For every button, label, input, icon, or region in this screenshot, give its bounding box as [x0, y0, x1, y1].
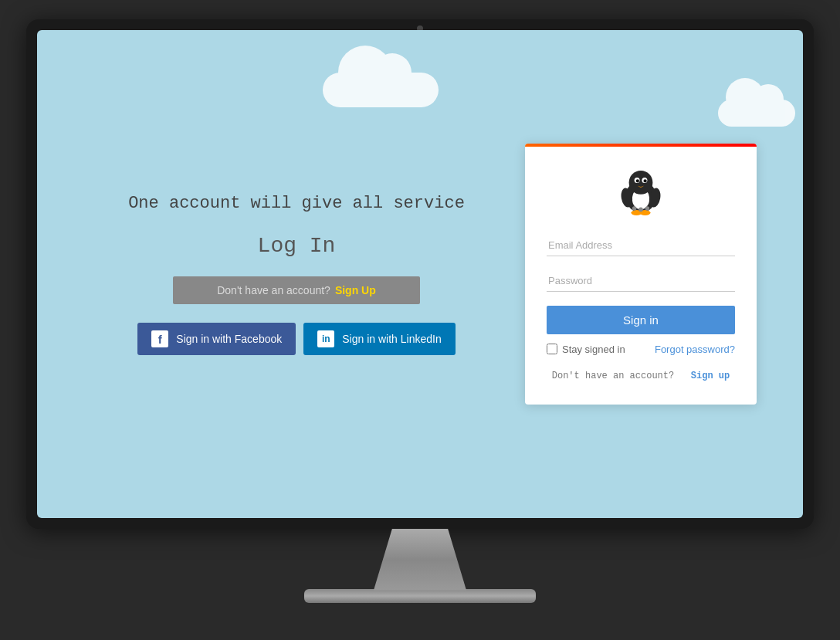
card-inner: Sign in Stay signed in Forgot password? … — [525, 147, 757, 405]
login-title: Log In — [258, 234, 336, 258]
stay-signed-in-label[interactable]: Stay signed in — [547, 344, 625, 355]
signup-banner-text: Don't have an account? — [217, 284, 330, 296]
svg-point-13 — [645, 206, 650, 211]
no-account-text: Don't have an account? — [552, 371, 674, 381]
social-buttons: f Sign in with Facebook in Sign in with … — [137, 323, 455, 355]
signup-banner: Don't have an account? Sign Up — [173, 276, 420, 304]
left-panel: One account will give all service Log In… — [83, 192, 525, 356]
card-signup-link[interactable]: Sign up — [691, 371, 730, 381]
stay-signed-in-text: Stay signed in — [562, 344, 625, 355]
sign-in-button[interactable]: Sign in — [547, 306, 735, 334]
svg-point-6 — [644, 179, 647, 182]
facebook-signin-button[interactable]: f Sign in with Facebook — [137, 323, 296, 355]
login-card: Sign in Stay signed in Forgot password? … — [525, 144, 757, 405]
svg-point-5 — [636, 179, 639, 182]
email-input[interactable] — [547, 235, 735, 256]
tagline: One account will give all service — [128, 192, 465, 216]
email-field-group — [547, 235, 735, 256]
linkedin-btn-label: Sign in with LinkedIn — [342, 333, 441, 345]
app-logo — [614, 165, 668, 219]
signup-link[interactable]: Sign Up — [335, 284, 376, 296]
screen: One account will give all service Log In… — [37, 30, 803, 518]
cloud-decoration-1 — [323, 73, 439, 107]
facebook-icon: f — [151, 330, 168, 347]
linkedin-icon: in — [317, 330, 334, 347]
monitor-neck — [374, 529, 466, 591]
svg-point-2 — [629, 171, 653, 195]
monitor-wrapper: One account will give all service Log In… — [26, 19, 814, 621]
monitor-base — [304, 589, 536, 603]
svg-point-11 — [632, 206, 637, 211]
linkedin-signin-button[interactable]: in Sign in with LinkedIn — [303, 323, 455, 355]
stay-signed-in-checkbox[interactable] — [547, 344, 557, 354]
cloud-decoration-2 — [718, 100, 795, 127]
card-footer: Don't have an account? Sign up — [552, 371, 730, 381]
forgot-password-link[interactable]: Forgot password? — [655, 344, 735, 355]
password-field-group — [547, 270, 735, 292]
svg-point-12 — [638, 207, 643, 212]
form-bottom-row: Stay signed in Forgot password? — [547, 344, 735, 355]
facebook-btn-label: Sign in with Facebook — [176, 333, 282, 345]
monitor-body: One account will give all service Log In… — [26, 19, 814, 529]
password-input[interactable] — [547, 270, 735, 292]
logo-area — [614, 165, 668, 219]
